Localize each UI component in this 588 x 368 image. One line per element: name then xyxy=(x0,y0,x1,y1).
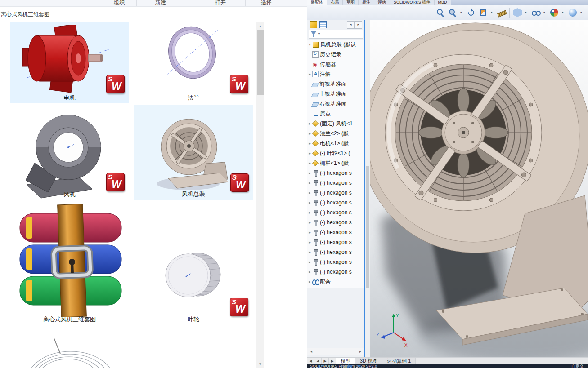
expand-arrow-icon[interactable] xyxy=(307,191,312,195)
tree-item[interactable]: (-) hexagon s xyxy=(307,257,364,267)
file-item-motor[interactable]: S W 电机 xyxy=(10,22,129,103)
feature-manager-tab-icon[interactable] xyxy=(310,21,317,28)
tree-filter-box[interactable]: ▾ xyxy=(309,30,363,39)
measure-icon[interactable] xyxy=(497,8,506,17)
dropdown-caret-icon[interactable]: ▾ xyxy=(543,8,547,17)
tree-item[interactable]: 右视基准面 xyxy=(307,99,364,109)
previous-tab-icon[interactable] xyxy=(314,358,322,365)
file-item-archive[interactable]: 离心式风机三维套图 xyxy=(10,202,129,325)
tab-sketch[interactable]: 草图 xyxy=(343,0,359,5)
tree-item[interactable]: 电机<1> (默 xyxy=(307,138,364,148)
display-style-icon[interactable] xyxy=(513,8,522,17)
file-item-flange[interactable]: S W 法兰 xyxy=(134,22,253,103)
tree-item[interactable]: (-) hexagon s xyxy=(307,208,364,217)
tab-addins[interactable]: SOLIDWORKS 插件 xyxy=(390,0,435,5)
panel-scroll-left-icon[interactable] xyxy=(347,21,355,29)
tree-item[interactable]: (-) hexagon s xyxy=(307,168,364,178)
ribbon-group-open: 打开 xyxy=(206,0,235,6)
sensors-icon xyxy=(312,61,319,67)
expand-arrow-icon[interactable] xyxy=(307,171,312,175)
graphics-viewport[interactable]: Y X Z xyxy=(370,20,588,357)
file-item-coil[interactable] xyxy=(10,329,129,368)
tree-item[interactable]: (-) hexagon s xyxy=(307,247,364,257)
tree-item[interactable]: (-) hexagon s xyxy=(307,227,364,237)
tree-scroll-right-icon[interactable] xyxy=(357,349,364,355)
expand-arrow-icon[interactable] xyxy=(307,230,312,235)
tab-assembly[interactable]: 装配体 xyxy=(307,0,327,5)
tree-item[interactable]: (-) hexagon s xyxy=(307,217,364,227)
file-item-impeller[interactable]: S W 叶轮 xyxy=(134,202,253,325)
tree-item[interactable]: (-) hexagon s xyxy=(307,188,364,198)
bolt-icon xyxy=(312,190,319,196)
doc-tab-3d-views[interactable]: 3D 视图 xyxy=(355,358,382,365)
dropdown-caret-icon[interactable]: ▾ xyxy=(491,8,494,17)
dropdown-caret-icon[interactable]: ▾ xyxy=(525,8,528,17)
tree-item[interactable]: 配合 xyxy=(307,277,364,287)
apply-scene-icon[interactable] xyxy=(569,9,577,17)
tree-item[interactable]: (-) hexagon s xyxy=(307,237,364,247)
file-item-fan-assembly[interactable]: S W 风机总装 xyxy=(134,105,253,200)
edit-appearance-icon[interactable] xyxy=(550,9,558,17)
expand-arrow-icon[interactable] xyxy=(307,141,312,146)
expand-arrow-icon[interactable] xyxy=(307,181,312,185)
expand-arrow-icon[interactable] xyxy=(307,131,312,136)
rotate-view-icon[interactable] xyxy=(467,8,476,17)
expand-arrow-icon[interactable] xyxy=(307,121,312,126)
tab-annotation[interactable]: 标注 xyxy=(359,0,374,5)
scroll-up-icon[interactable] xyxy=(256,22,264,30)
tree-item[interactable]: 法兰<2> (默 xyxy=(307,129,364,138)
tree-horizontal-scrollbar[interactable] xyxy=(307,348,364,355)
dropdown-caret-icon[interactable]: ▾ xyxy=(562,8,565,17)
first-tab-icon[interactable] xyxy=(307,358,314,365)
scrollbar-thumb[interactable] xyxy=(257,30,264,95)
expand-arrow-icon[interactable] xyxy=(307,240,312,244)
doc-tab-model[interactable]: 模型 xyxy=(336,358,355,365)
tree-item[interactable]: 原点 xyxy=(307,109,364,119)
zoom-to-area-icon[interactable] xyxy=(448,8,457,17)
expand-arrow-icon[interactable] xyxy=(307,279,312,284)
tree-item[interactable]: (-) hexagon s xyxy=(307,198,364,208)
last-tab-icon[interactable] xyxy=(329,358,336,365)
tree-item-root[interactable]: 风机总装 (默认 xyxy=(307,40,364,49)
tree-item[interactable]: (固定) 风机<1 xyxy=(307,119,364,129)
expand-arrow-icon[interactable] xyxy=(307,151,312,155)
status-customize[interactable]: 自定义 xyxy=(571,364,584,368)
property-manager-tab-icon[interactable] xyxy=(319,21,327,28)
dropdown-caret-icon[interactable]: ▾ xyxy=(460,8,463,17)
tree-item[interactable]: (-) 叶轮<1> ( xyxy=(307,148,364,158)
tree-item[interactable]: 前视基准面 xyxy=(307,79,364,89)
expand-arrow-icon[interactable] xyxy=(307,42,312,47)
hide-show-items-icon[interactable] xyxy=(531,8,540,17)
expand-arrow-icon[interactable] xyxy=(307,210,312,215)
scroll-down-icon[interactable] xyxy=(256,360,264,368)
tree-item[interactable]: 历史记录 xyxy=(307,49,364,59)
tab-mbd[interactable]: MBD xyxy=(435,0,451,5)
tree-item[interactable]: 栅栏<1> (默 xyxy=(307,158,364,168)
doc-tab-motion-study[interactable]: 运动算例 1 xyxy=(382,358,416,365)
file-item-fan[interactable]: S W 风机 xyxy=(10,105,129,200)
expand-arrow-icon[interactable] xyxy=(307,250,312,254)
tree-scroll-left-icon[interactable] xyxy=(308,349,314,355)
expand-arrow-icon[interactable] xyxy=(307,260,312,264)
expand-arrow-icon[interactable] xyxy=(307,72,312,76)
dropdown-caret-icon[interactable]: ▾ xyxy=(580,8,584,17)
zoom-fit-icon[interactable] xyxy=(436,8,445,17)
tab-layout[interactable]: 布局 xyxy=(327,0,343,5)
expand-arrow-icon[interactable] xyxy=(307,200,312,205)
next-tab-icon[interactable] xyxy=(322,358,329,365)
tree-item[interactable]: (-) hexagon s xyxy=(307,178,364,188)
impeller-thumbnail xyxy=(158,245,226,306)
tab-evaluate[interactable]: 评估 xyxy=(374,0,390,5)
expand-arrow-icon[interactable] xyxy=(307,161,312,165)
expand-arrow-icon[interactable] xyxy=(307,220,312,225)
section-view-icon[interactable] xyxy=(479,8,488,17)
tree-item[interactable]: 注解 xyxy=(307,69,364,79)
tree-item[interactable]: 传感器 xyxy=(307,59,364,69)
expand-arrow-icon[interactable] xyxy=(307,270,312,274)
panel-scroll-right-icon[interactable] xyxy=(355,21,362,29)
tree-scrollbar-thumb[interactable] xyxy=(366,166,369,288)
ribbon-separator xyxy=(287,0,287,6)
tree-item[interactable]: 上视基准面 xyxy=(307,89,364,99)
filter-caret-icon[interactable]: ▾ xyxy=(318,32,320,36)
tree-item[interactable]: (-) hexagon s xyxy=(307,267,364,277)
